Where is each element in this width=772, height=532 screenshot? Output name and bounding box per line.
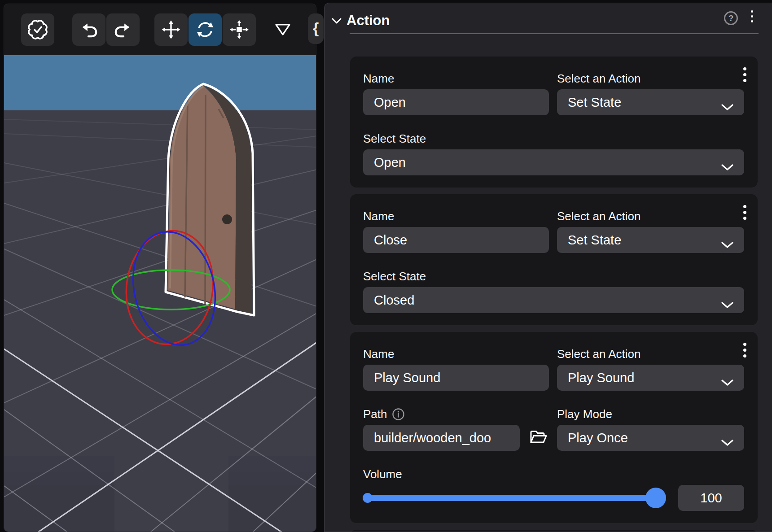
move-tool-icon (161, 19, 181, 40)
card-kebab-menu-icon[interactable] (742, 66, 748, 83)
name-label: Name (363, 347, 549, 361)
collapse-chevron-icon[interactable] (331, 17, 342, 24)
name-label: Name (363, 209, 549, 223)
next-action-card-partial (350, 530, 758, 532)
rotate-tool-button[interactable] (189, 13, 222, 46)
move-tool-button[interactable] (154, 13, 188, 46)
collapse-brace-icon: { (313, 19, 319, 37)
name-input[interactable]: Play Sound (363, 365, 549, 391)
chevron-down-icon (721, 159, 733, 174)
path-input[interactable]: builder/wooden_doo (363, 425, 520, 451)
card-kebab-menu-icon[interactable] (742, 204, 748, 221)
scale-tool-icon (229, 19, 250, 40)
play-mode-select[interactable]: Play Once (557, 425, 744, 451)
viewport-3d-scene[interactable] (4, 55, 316, 532)
path-label: Path (363, 407, 549, 421)
select-action-label: Select an Action (557, 347, 744, 361)
folder-open-icon[interactable] (529, 430, 547, 446)
help-icon[interactable]: ? (724, 11, 738, 25)
triangle-down-icon (274, 22, 292, 37)
select-action-label: Select an Action (557, 209, 744, 223)
action-select[interactable]: Set State (557, 227, 744, 253)
volume-slider-cap (363, 493, 373, 503)
chevron-down-icon (721, 297, 733, 312)
panel-header: Action ? (325, 3, 772, 31)
undo-button[interactable] (72, 13, 105, 46)
ground (4, 110, 316, 532)
door-handle (222, 214, 232, 224)
info-icon[interactable] (392, 408, 405, 421)
state-select[interactable]: Closed (363, 287, 744, 313)
door-object[interactable] (166, 84, 254, 315)
action-select[interactable]: Play Sound (557, 365, 744, 391)
sky (4, 55, 316, 110)
select-action-label: Select an Action (557, 71, 744, 86)
triangle-menu-button[interactable] (269, 13, 296, 46)
volume-slider-thumb[interactable] (645, 488, 666, 508)
chevron-down-icon (721, 435, 733, 449)
page-title: Action (347, 13, 390, 29)
viewport-panel (4, 4, 316, 532)
action-card-play-sound: Name Play Sound Select an Action Play So… (350, 332, 758, 523)
panel-kebab-menu-icon[interactable] (751, 10, 753, 22)
select-state-label: Select State (363, 269, 744, 283)
redo-icon (113, 19, 133, 40)
redo-button[interactable] (106, 13, 140, 46)
action-select[interactable]: Set State (557, 89, 744, 115)
volume-slider-track[interactable] (364, 495, 654, 501)
action-card-open: Name Open Select an Action Set State (350, 57, 758, 188)
card-kebab-menu-icon[interactable] (742, 341, 748, 359)
state-select[interactable]: Open (363, 149, 744, 175)
play-mode-label: Play Mode (557, 407, 744, 421)
rotate-tool-icon (195, 19, 215, 40)
action-panel: Action ? Name Open Select an Action Set … (324, 3, 772, 532)
volume-slider[interactable] (363, 488, 659, 508)
seal-check-icon (27, 19, 48, 40)
name-input[interactable]: Close (363, 227, 549, 253)
name-input[interactable]: Open (363, 89, 549, 115)
chevron-down-icon (721, 99, 733, 114)
volume-value-input[interactable]: 100 (678, 485, 744, 511)
scale-tool-button[interactable] (223, 13, 256, 46)
chevron-down-icon (721, 375, 733, 389)
viewport-toolbar (4, 4, 316, 55)
chevron-down-icon (721, 237, 733, 252)
undo-icon (79, 19, 99, 40)
action-card-close: Name Close Select an Action Set State (350, 194, 758, 325)
seal-check-button[interactable] (21, 13, 54, 46)
select-state-label: Select State (363, 131, 744, 146)
name-label: Name (363, 71, 549, 86)
volume-label: Volume (363, 467, 744, 481)
panel-collapse-handle[interactable]: { (308, 13, 324, 44)
